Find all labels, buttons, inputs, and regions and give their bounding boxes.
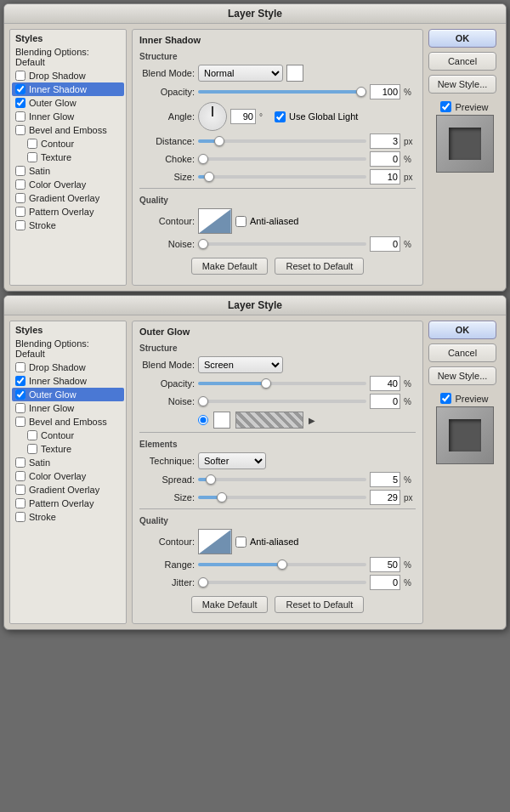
distance-slider-1[interactable] (198, 139, 366, 143)
style-outer-glow-2[interactable]: Outer Glow (12, 388, 124, 401)
style-bevel-emboss-2[interactable]: Bevel and Emboss (12, 415, 124, 429)
size-slider-1[interactable] (198, 175, 366, 179)
style-stroke-2[interactable]: Stroke (12, 510, 124, 524)
drop-shadow-check-2[interactable] (15, 362, 26, 372)
contour-check-1[interactable] (27, 139, 37, 149)
new-style-button-1[interactable]: New Style... (428, 75, 496, 94)
opacity-input-2[interactable] (370, 376, 400, 391)
anti-aliased-check-1[interactable] (235, 216, 246, 227)
noise-input-2[interactable] (370, 394, 400, 409)
reset-default-button-2[interactable]: Reset to Default (275, 596, 364, 613)
bevel-emboss-check-2[interactable] (15, 417, 26, 427)
new-style-button-2[interactable]: New Style... (428, 366, 496, 385)
style-pattern-overlay-1[interactable]: Pattern Overlay (12, 205, 124, 219)
color-overlay-check-1[interactable] (15, 179, 26, 190)
blend-mode-select-1[interactable]: Normal Multiply Screen (198, 65, 283, 82)
bevel-emboss-check-1[interactable] (15, 125, 26, 135)
noise-slider-2[interactable] (198, 400, 366, 403)
style-contour-2[interactable]: Contour (12, 429, 124, 442)
gradient-color-strip-2[interactable] (235, 412, 303, 429)
noise-input-1[interactable] (370, 236, 400, 252)
style-inner-shadow-2[interactable]: Inner Shadow (12, 374, 124, 388)
style-color-overlay-1[interactable]: Color Overlay (12, 178, 124, 191)
cancel-button-1[interactable]: Cancel (428, 52, 496, 71)
contour-preview-2[interactable] (198, 529, 232, 554)
angle-dial-1[interactable] (198, 102, 227, 131)
ok-button-2[interactable]: OK (428, 321, 496, 339)
color-overlay-check-2[interactable] (15, 471, 26, 481)
spread-input-2[interactable] (370, 472, 400, 487)
style-inner-glow-1[interactable]: Inner Glow (12, 110, 124, 123)
preview-check-2[interactable] (440, 393, 451, 404)
style-contour-1[interactable]: Contour (12, 137, 124, 150)
make-default-button-1[interactable]: Make Default (191, 258, 269, 275)
solid-color-swatch-2[interactable] (213, 412, 230, 429)
jitter-input-2[interactable] (370, 575, 400, 590)
noise-slider-1[interactable] (198, 242, 366, 246)
style-texture-1[interactable]: Texture (12, 150, 124, 164)
angle-unit-1: ° (259, 112, 271, 122)
angle-input-1[interactable] (230, 109, 256, 124)
stroke-check-1[interactable] (15, 220, 26, 230)
anti-aliased-check-2[interactable] (235, 537, 246, 548)
size-input-2[interactable] (370, 490, 400, 505)
inner-glow-check-1[interactable] (15, 111, 26, 122)
gradient-overlay-check-1[interactable] (15, 193, 26, 203)
opacity-slider-1[interactable] (198, 90, 366, 94)
gradient-overlay-check-2[interactable] (15, 485, 26, 495)
jitter-slider-2[interactable] (198, 581, 366, 584)
global-light-check-1[interactable] (275, 111, 286, 122)
solid-color-radio-2[interactable] (198, 415, 208, 425)
reset-default-button-1[interactable]: Reset to Default (275, 258, 364, 275)
make-default-button-2[interactable]: Make Default (191, 596, 269, 613)
contour-check-2[interactable] (27, 430, 37, 440)
inner-shadow-check-1[interactable] (15, 84, 26, 94)
style-pattern-overlay-2[interactable]: Pattern Overlay (12, 497, 124, 510)
style-bevel-emboss-1[interactable]: Bevel and Emboss (12, 123, 124, 137)
style-gradient-overlay-1[interactable]: Gradient Overlay (12, 191, 124, 205)
style-color-overlay-2[interactable]: Color Overlay (12, 469, 124, 483)
style-satin-1[interactable]: Satin (12, 164, 124, 178)
preview-inner-1 (449, 128, 481, 160)
pattern-overlay-check-2[interactable] (15, 498, 26, 508)
style-satin-2[interactable]: Satin (12, 456, 124, 469)
outer-glow-check-1[interactable] (15, 98, 26, 108)
choke-slider-1[interactable] (198, 157, 366, 161)
size-input-1[interactable] (370, 169, 400, 185)
texture-check-2[interactable] (27, 444, 37, 454)
inner-shadow-check-2[interactable] (15, 376, 26, 386)
style-outer-glow-1[interactable]: Outer Glow (12, 96, 124, 110)
style-drop-shadow-1[interactable]: Drop Shadow (12, 69, 124, 82)
outer-glow-check-2[interactable] (15, 389, 26, 400)
satin-check-2[interactable] (15, 457, 26, 468)
satin-check-1[interactable] (15, 166, 26, 176)
size-slider-2[interactable] (198, 496, 366, 499)
distance-input-1[interactable] (370, 133, 400, 149)
ok-button-1[interactable]: OK (428, 29, 496, 48)
style-gradient-overlay-2[interactable]: Gradient Overlay (12, 483, 124, 497)
range-input-2[interactable] (370, 557, 400, 572)
style-inner-shadow-1[interactable]: Inner Shadow (12, 82, 124, 96)
style-blending-options-1[interactable]: Blending Options: Default (12, 45, 124, 69)
pattern-overlay-check-1[interactable] (15, 207, 26, 217)
opacity-input-1[interactable] (370, 84, 400, 99)
contour-preview-1[interactable] (198, 208, 232, 234)
inner-glow-check-2[interactable] (15, 403, 26, 413)
technique-select-2[interactable]: Softer Precise (198, 452, 266, 469)
blend-mode-select-2[interactable]: Normal Screen Multiply (198, 356, 283, 373)
drop-shadow-check-1[interactable] (15, 71, 26, 81)
range-slider-2[interactable] (198, 563, 366, 566)
blend-color-swatch-1[interactable] (286, 65, 303, 82)
spread-slider-2[interactable] (198, 478, 366, 481)
choke-input-1[interactable] (370, 151, 400, 167)
style-stroke-1[interactable]: Stroke (12, 219, 124, 232)
stroke-check-2[interactable] (15, 512, 26, 522)
preview-check-1[interactable] (440, 101, 451, 112)
style-texture-2[interactable]: Texture (12, 442, 124, 456)
style-blending-options-2[interactable]: Blending Options: Default (12, 337, 124, 361)
style-inner-glow-2[interactable]: Inner Glow (12, 401, 124, 415)
texture-check-1[interactable] (27, 152, 37, 162)
opacity-slider-2[interactable] (198, 382, 366, 385)
cancel-button-2[interactable]: Cancel (428, 344, 496, 362)
style-drop-shadow-2[interactable]: Drop Shadow (12, 361, 124, 374)
